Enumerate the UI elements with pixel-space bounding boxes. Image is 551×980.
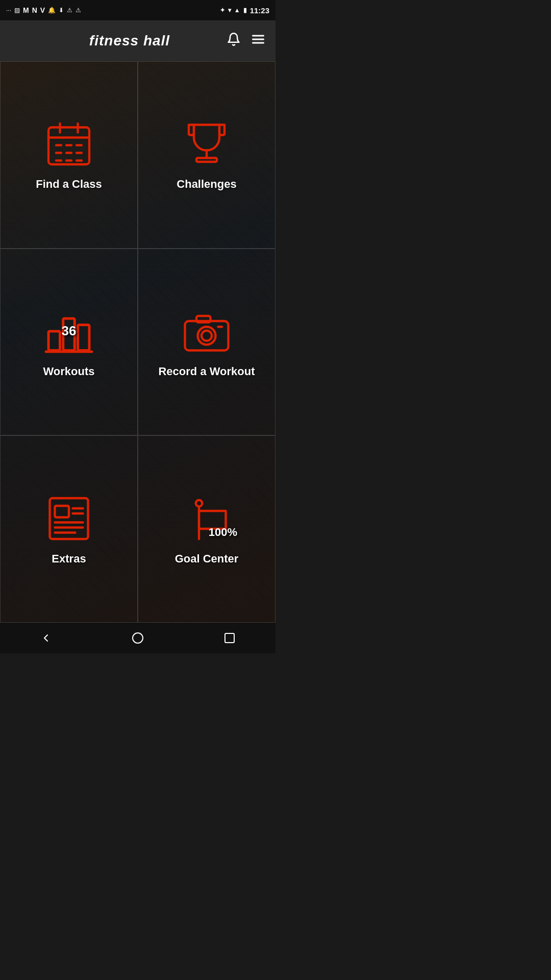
warning2-icon: ⚠ [76, 7, 81, 14]
home-button[interactable] [122, 623, 153, 653]
status-right-icons: ✦ ▾ ▲ ▮ 11:23 [220, 6, 269, 15]
svg-rect-17 [196, 158, 217, 162]
recent-button[interactable] [214, 623, 245, 653]
challenges-label: Challenges [177, 178, 236, 191]
svg-rect-38 [225, 633, 234, 643]
status-left-icons: ··· ▨ M N V 🔔 ⬇ ⚠ ⚠ [6, 6, 81, 14]
document-icon-wrapper [43, 493, 94, 544]
warning1-icon: ⚠ [67, 7, 72, 14]
back-button[interactable] [31, 623, 61, 653]
calendar-icon-wrapper [43, 118, 94, 169]
home-circle-icon [132, 632, 144, 644]
bell-status-icon: 🔔 [48, 7, 56, 14]
m-icon: M [23, 6, 29, 14]
goal-center-badge: 100% [209, 526, 237, 539]
extras-label: Extras [52, 552, 86, 566]
record-workout-cell[interactable]: Record a Workout [138, 249, 276, 436]
bottom-navigation [0, 623, 276, 653]
extras-cell[interactable]: Extras [0, 435, 138, 623]
signal-icon: ▲ [234, 7, 240, 14]
goal-center-label: Goal Center [175, 552, 239, 566]
goal-center-cell[interactable]: 100% Goal Center [138, 435, 276, 623]
find-a-class-label: Find a Class [36, 178, 102, 191]
recent-square-icon [223, 632, 236, 644]
svg-rect-23 [196, 316, 211, 323]
back-icon [40, 632, 52, 644]
app-header: fitness hall [0, 20, 276, 61]
menu-button[interactable] [251, 32, 265, 50]
svg-rect-20 [78, 325, 90, 350]
workouts-cell[interactable]: 36 Workouts [0, 249, 138, 436]
workouts-label: Workouts [43, 365, 94, 378]
hamburger-icon [251, 32, 265, 46]
camera-icon [181, 306, 232, 357]
download-icon: ⬇ [59, 7, 64, 14]
dots-icon: ··· [6, 7, 11, 14]
camera-icon-wrapper [181, 306, 232, 357]
v-icon: V [40, 6, 45, 14]
n-icon: N [32, 6, 37, 14]
trophy-icon-wrapper [181, 118, 232, 169]
status-time: 11:23 [250, 6, 269, 15]
flag-icon-wrapper: 100% [181, 493, 232, 544]
image-icon: ▨ [14, 7, 20, 14]
svg-point-37 [133, 633, 143, 643]
record-workout-label: Record a Workout [158, 365, 255, 378]
battery-icon: ▮ [243, 7, 247, 14]
svg-rect-28 [55, 506, 69, 518]
bluetooth-icon: ✦ [220, 7, 225, 14]
find-a-class-cell[interactable]: Find a Class [0, 61, 138, 249]
notification-button[interactable] [227, 32, 241, 50]
bell-header-icon [227, 32, 241, 46]
header-actions [227, 32, 265, 50]
svg-rect-22 [185, 321, 229, 351]
trophy-icon [181, 118, 232, 169]
main-grid: Find a Class Challenges 36 Workouts [0, 61, 276, 623]
workouts-badge: 36 [62, 323, 77, 339]
svg-point-24 [198, 327, 216, 345]
app-title: fitness hall [89, 33, 170, 49]
bar-chart-icon-wrapper: 36 [43, 306, 94, 357]
wifi-icon: ▾ [228, 7, 231, 14]
status-bar: ··· ▨ M N V 🔔 ⬇ ⚠ ⚠ ✦ ▾ ▲ ▮ 11:23 [0, 0, 276, 20]
calendar-icon [43, 118, 94, 169]
svg-rect-18 [48, 331, 60, 351]
svg-point-25 [202, 331, 212, 341]
challenges-cell[interactable]: Challenges [138, 61, 276, 249]
document-icon [43, 493, 94, 544]
